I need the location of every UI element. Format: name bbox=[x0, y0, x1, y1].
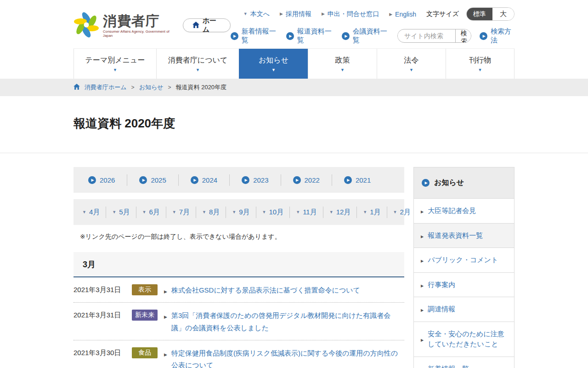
font-size-standard-button[interactable]: 標準 bbox=[467, 8, 492, 20]
category-badge: 表示 bbox=[132, 284, 158, 295]
play-circle-icon bbox=[231, 32, 238, 40]
play-circle-icon bbox=[139, 176, 147, 184]
quick-link-whats-new[interactable]: 新着情報一覧 bbox=[231, 27, 278, 45]
search-button[interactable]: 検索 bbox=[455, 29, 471, 42]
play-circle-icon bbox=[342, 32, 350, 40]
year-link-2025[interactable]: 2025 bbox=[127, 174, 178, 186]
agency-pinwheel-icon bbox=[74, 10, 99, 40]
play-circle-icon bbox=[480, 32, 487, 40]
play-circle-icon bbox=[293, 176, 301, 184]
breadcrumb-bar: 消費者庁ホーム > お知らせ > 報道資料 2020年度 bbox=[0, 79, 588, 96]
font-size-large-button[interactable]: 大 bbox=[492, 8, 514, 20]
nav-theme-menu[interactable]: テーマ別メニュー ▼ bbox=[74, 49, 156, 79]
sidebar-item-whats-new[interactable]: 新着情報一覧 bbox=[414, 357, 514, 368]
year-link-2022[interactable]: 2022 bbox=[281, 174, 332, 186]
utility-links: 本文へ 採用情報 申出・問合せ窓口 English 文字サイズ 標準 大 bbox=[243, 7, 514, 21]
utility-link-inquiry[interactable]: 申出・問合せ窓口 bbox=[322, 10, 379, 18]
year-link-2026[interactable]: 2026 bbox=[76, 174, 127, 186]
news-row: 2021年3月31日 新未来 第3回「消費者保護のための啓発用デジタル教材開発に… bbox=[74, 303, 404, 340]
nav-policy[interactable]: 政策 ▼ bbox=[308, 49, 377, 79]
year-link-2021[interactable]: 2021 bbox=[332, 174, 383, 186]
breadcrumb-news[interactable]: お知らせ bbox=[139, 83, 164, 92]
main-navigation: テーマ別メニュー ▼ 消費者庁について ▼ お知らせ ▼ 政策 ▼ 法令 ▼ 刊… bbox=[74, 48, 514, 79]
sidebar-item-safety-cautions[interactable]: 安全・安心のために注意していただきたいこと bbox=[414, 322, 514, 357]
year-link-2023[interactable]: 2023 bbox=[230, 174, 281, 186]
sidebar-item-events[interactable]: 行事案内 bbox=[414, 273, 514, 298]
sidebar-item-press-conference[interactable]: 大臣等記者会見 bbox=[414, 199, 514, 224]
nav-news[interactable]: お知らせ ▼ bbox=[239, 49, 308, 79]
quick-link-meetings[interactable]: 会議資料一覧 bbox=[342, 27, 389, 45]
sidebar-item-procurement[interactable]: 調達情報 bbox=[414, 297, 514, 322]
bullet-arrow-icon bbox=[421, 334, 424, 345]
search-input[interactable] bbox=[398, 32, 455, 40]
link-notice-text: ※リンク先のページの一部は終了し、表示できない場合があります。 bbox=[74, 233, 404, 241]
sidebar-header: お知らせ bbox=[414, 167, 514, 199]
home-icon bbox=[74, 84, 80, 91]
month-link-jul[interactable]: 7月 bbox=[166, 207, 196, 218]
month-link-dec[interactable]: 12月 bbox=[323, 207, 357, 218]
news-link[interactable]: 特定保健用食品制度(疾病リスク低減表示)に関する今後の運用の方向性の公表について bbox=[171, 347, 404, 368]
month-link-may[interactable]: 5月 bbox=[106, 207, 136, 218]
chevron-down-icon: ▼ bbox=[409, 68, 413, 72]
utility-link-english[interactable]: English bbox=[389, 11, 416, 18]
site-header: 消費者庁 Consumer Affairs Agency, Government… bbox=[0, 0, 588, 48]
month-link-nov[interactable]: 11月 bbox=[290, 207, 323, 218]
bullet-arrow-icon bbox=[421, 255, 424, 265]
breadcrumb-home[interactable]: 消費者庁ホーム bbox=[85, 83, 127, 92]
agency-name: 消費者庁 bbox=[103, 13, 171, 29]
play-circle-icon bbox=[242, 176, 249, 184]
agency-name-en: Consumer Affairs Agency, Government of J… bbox=[103, 29, 171, 38]
month-filter: 4月 5月 6月 7月 8月 9月 10月 11月 12月 1月 2月 3月 bbox=[74, 199, 404, 225]
category-badge: 食品 bbox=[132, 347, 158, 358]
breadcrumb: 消費者庁ホーム > お知らせ > 報道資料 2020年度 bbox=[74, 79, 514, 96]
main-content: 2026 2025 2024 2023 2022 2021 4月 5月 6月 7… bbox=[74, 167, 404, 368]
breadcrumb-current: 報道資料 2020年度 bbox=[176, 83, 227, 92]
news-row: 2021年3月31日 表示 株式会社GSDに対する景品表示法に基づく措置命令につ… bbox=[74, 277, 404, 303]
bullet-arrow-icon bbox=[421, 304, 424, 315]
month-link-apr[interactable]: 4月 bbox=[76, 207, 106, 218]
search-help-link[interactable]: 検索方法 bbox=[480, 27, 514, 45]
play-circle-icon bbox=[88, 176, 96, 184]
sidebar-news-menu: お知らせ 大臣等記者会見 報道発表資料一覧 パブリック・コメント 行事案内 調達… bbox=[413, 167, 514, 368]
news-link[interactable]: 株式会社GSDに対する景品表示法に基づく措置命令について bbox=[171, 284, 404, 296]
news-link[interactable]: 第3回「消費者保護のための啓発用デジタル教材開発に向けた有識者会議」の会議資料を… bbox=[171, 310, 404, 334]
month-link-jun[interactable]: 6月 bbox=[136, 207, 166, 218]
bullet-arrow-icon bbox=[421, 230, 424, 241]
chevron-down-icon: ▼ bbox=[340, 68, 345, 72]
quick-links: 新着情報一覧 報道資料一覧 会議資料一覧 検索 検索方法 bbox=[231, 27, 514, 45]
year-filter: 2026 2025 2024 2023 2022 2021 bbox=[74, 167, 404, 193]
chevron-down-icon: ▼ bbox=[478, 68, 482, 72]
quick-link-press[interactable]: 報道資料一覧 bbox=[286, 27, 334, 45]
section-header-march: 3月 bbox=[74, 252, 404, 277]
site-search: 検索 bbox=[397, 29, 471, 43]
nav-about[interactable]: 消費者庁について ▼ bbox=[156, 49, 239, 79]
sidebar-item-public-comment[interactable]: パブリック・コメント bbox=[414, 248, 514, 273]
bullet-arrow-icon bbox=[421, 206, 424, 216]
month-link-jan[interactable]: 1月 bbox=[357, 207, 387, 218]
chevron-down-icon: ▼ bbox=[113, 68, 117, 72]
play-circle-icon bbox=[286, 32, 294, 40]
agency-logo[interactable]: 消費者庁 Consumer Affairs Agency, Government… bbox=[74, 10, 171, 40]
sidebar-item-press-releases[interactable]: 報道発表資料一覧 bbox=[414, 224, 514, 248]
nav-publications[interactable]: 刊行物 ▼ bbox=[446, 49, 514, 79]
news-list: 2021年3月31日 表示 株式会社GSDに対する景品表示法に基づく措置命令につ… bbox=[74, 277, 404, 368]
chevron-down-icon: ▼ bbox=[196, 68, 200, 72]
category-badge: 新未来 bbox=[132, 310, 158, 321]
utility-link-recruit[interactable]: 採用情報 bbox=[280, 10, 311, 18]
news-date: 2021年3月31日 bbox=[74, 284, 132, 294]
bullet-arrow-icon bbox=[421, 280, 424, 290]
year-link-2024[interactable]: 2024 bbox=[179, 174, 230, 186]
play-circle-icon bbox=[191, 176, 198, 184]
font-size-toggle: 標準 大 bbox=[466, 7, 514, 21]
month-link-feb[interactable]: 2月 bbox=[387, 207, 417, 218]
bullet-arrow-icon bbox=[164, 284, 167, 295]
month-link-sep[interactable]: 9月 bbox=[226, 207, 256, 218]
page-title: 報道資料 2020年度 bbox=[74, 96, 514, 153]
play-circle-icon bbox=[344, 176, 352, 184]
news-date: 2021年3月30日 bbox=[74, 347, 132, 357]
utility-link-main-content[interactable]: 本文へ bbox=[243, 10, 270, 18]
home-button[interactable]: ホーム bbox=[183, 18, 231, 32]
nav-laws[interactable]: 法令 ▼ bbox=[377, 49, 446, 79]
month-link-aug[interactable]: 8月 bbox=[196, 207, 226, 218]
month-link-oct[interactable]: 10月 bbox=[256, 207, 290, 218]
